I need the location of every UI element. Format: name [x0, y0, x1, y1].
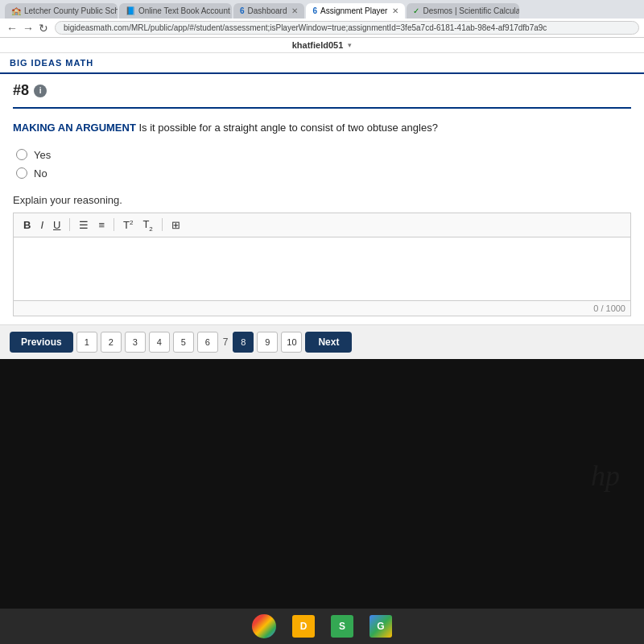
tab-dashboard[interactable]: 6 Dashboard ✕ — [233, 3, 304, 19]
toolbar-table[interactable]: ⊞ — [168, 217, 184, 233]
page-separator: 7 — [221, 336, 230, 348]
tab-label: Desmos | Scientific Calculat... — [423, 6, 519, 15]
tab-icon: 6 — [312, 6, 317, 15]
tabs-bar: 🏫 Letcher County Public Schools ✕ 📘 Onli… — [0, 0, 644, 19]
tab-label: Letcher County Public Schools — [24, 6, 118, 15]
previous-button[interactable]: Previous — [10, 332, 73, 353]
question-label-bold: MAKING AN ARGUMENT — [13, 122, 136, 134]
tab-label: Assignment Player — [320, 6, 387, 15]
address-field[interactable]: bigideasmath.com/MRL/public/app/#/studen… — [55, 21, 639, 35]
tab-icon: 6 — [240, 6, 245, 15]
app-header: BIG IDEAS MATH — [0, 53, 644, 74]
tab-close[interactable]: ✕ — [291, 6, 298, 15]
radio-yes-label: Yes — [34, 149, 51, 161]
tab-letcher[interactable]: 🏫 Letcher County Public Schools ✕ — [5, 3, 118, 19]
tab-assignment-player[interactable]: 6 Assignment Player ✕ — [306, 3, 405, 19]
reload-button[interactable]: ↻ — [37, 22, 50, 35]
toolbar-bold[interactable]: B — [20, 217, 34, 233]
page-btn-5[interactable]: 5 — [173, 332, 194, 353]
editor-toolbar: B I U ☰ ≡ T2 T2 ⊞ — [13, 213, 631, 237]
info-icon[interactable]: i — [34, 85, 47, 97]
editor-area[interactable] — [13, 237, 631, 301]
question-text: MAKING AN ARGUMENT Is it possible for a … — [13, 120, 631, 136]
tab-label: Online Text Book Account — [138, 6, 230, 15]
username: khatfield051 — [292, 40, 344, 50]
page-btn-4[interactable]: 4 — [149, 332, 170, 353]
char-count: 0 / 1000 — [13, 301, 631, 316]
address-bar-row: ← → ↻ bigideasmath.com/MRL/public/app/#/… — [0, 19, 644, 38]
tab-textbook[interactable]: 📘 Online Text Book Account ✕ — [119, 3, 232, 19]
browser-window: 🏫 Letcher County Public Schools ✕ 📘 Onli… — [0, 0, 644, 53]
user-dropdown-arrow[interactable]: ▾ — [348, 41, 352, 49]
back-button[interactable]: ← — [5, 22, 19, 35]
drive-taskbar-icon[interactable]: G — [369, 615, 392, 638]
toolbar-sep1 — [69, 218, 70, 231]
taskbar: D S G — [0, 609, 644, 644]
toolbar-sep3 — [162, 218, 163, 231]
toolbar-italic[interactable]: I — [37, 217, 47, 233]
docs-taskbar-icon[interactable]: D — [292, 615, 315, 638]
sheets-taskbar-icon[interactable]: S — [331, 615, 353, 638]
radio-no-label: No — [34, 167, 47, 180]
hp-logo: hp — [591, 459, 620, 493]
page-btn-3[interactable]: 3 — [125, 332, 146, 353]
tabs-row: 🏫 Letcher County Public Schools ✕ 📘 Onli… — [5, 3, 639, 19]
question-number-row: #8 i — [13, 82, 631, 99]
toolbar-subscript[interactable]: T2 — [139, 217, 155, 234]
chrome-taskbar-icon[interactable] — [252, 614, 276, 638]
navigation-row: Previous 1 2 3 4 5 6 7 8 9 10 Next — [0, 324, 644, 359]
explain-label: Explain your reasoning. — [13, 194, 631, 206]
user-bar: khatfield051 ▾ — [0, 38, 644, 53]
radio-no[interactable]: No — [16, 167, 631, 180]
tab-desmos[interactable]: ✓ Desmos | Scientific Calculat... ✕ — [407, 3, 519, 19]
radio-circle-yes — [16, 149, 27, 160]
main-content: #8 i MAKING AN ARGUMENT Is it possible f… — [0, 74, 644, 324]
radio-circle-no — [16, 167, 27, 179]
tab-close[interactable]: ✕ — [392, 6, 398, 15]
toolbar-ordered-list[interactable]: ≡ — [95, 217, 108, 233]
radio-group: Yes No — [16, 149, 631, 180]
tab-label: Dashboard — [248, 6, 287, 15]
toolbar-sep2 — [114, 218, 114, 231]
page-btn-1[interactable]: 1 — [76, 332, 97, 353]
toolbar-superscript[interactable]: T2 — [120, 217, 136, 233]
page-btn-2[interactable]: 2 — [101, 332, 122, 353]
toolbar-underline[interactable]: U — [50, 217, 64, 233]
page-btn-8[interactable]: 8 — [233, 332, 254, 353]
laptop-bezel: hp — [0, 359, 644, 609]
tab-icon: 📘 — [126, 6, 135, 15]
tab-icon: 🏫 — [11, 6, 21, 15]
forward-button[interactable]: → — [21, 22, 35, 35]
question-body: Is it possible for a straight angle to c… — [136, 122, 438, 134]
brand-name: BIG IDEAS MATH — [10, 58, 634, 68]
radio-yes[interactable]: Yes — [16, 149, 631, 161]
toolbar-bullet-list[interactable]: ☰ — [76, 217, 92, 233]
question-number: #8 — [13, 82, 29, 99]
page-btn-9[interactable]: 9 — [257, 332, 278, 353]
page-btn-10[interactable]: 10 — [281, 332, 302, 353]
nav-buttons: ← → ↻ — [5, 22, 50, 35]
tab-icon: ✓ — [413, 6, 419, 15]
divider — [13, 107, 631, 109]
next-button[interactable]: Next — [305, 332, 352, 353]
page-btn-6[interactable]: 6 — [197, 332, 218, 353]
